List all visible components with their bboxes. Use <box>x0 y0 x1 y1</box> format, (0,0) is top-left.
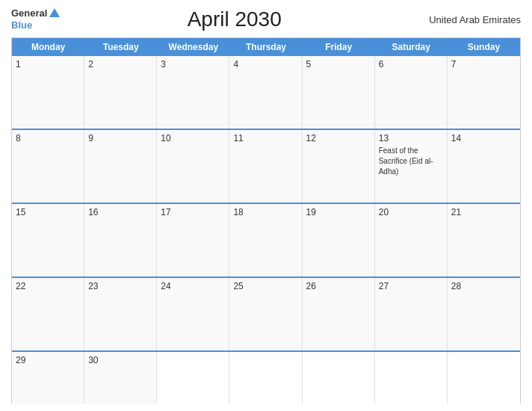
cell-25[interactable]: 25 <box>229 278 302 350</box>
page-title: April 2030 <box>60 7 409 31</box>
header-tuesday: Tuesday <box>84 38 157 56</box>
cell-empty-2 <box>229 352 302 404</box>
cell-8[interactable]: 8 <box>12 130 84 203</box>
logo-triangle-icon <box>49 8 60 17</box>
cell-9[interactable]: 9 <box>84 130 157 203</box>
cell-10[interactable]: 10 <box>157 130 229 203</box>
cell-7[interactable]: 7 <box>448 56 520 129</box>
header-monday: Monday <box>12 38 84 56</box>
cell-5[interactable]: 5 <box>303 56 375 129</box>
logo: General Blue <box>11 7 60 31</box>
cell-19[interactable]: 19 <box>303 204 375 276</box>
header-saturday: Saturday <box>375 38 448 56</box>
cell-12[interactable]: 12 <box>303 130 375 203</box>
calendar-header: Monday Tuesday Wednesday Thursday Friday… <box>12 38 520 56</box>
week-1: 1 2 3 4 5 6 7 <box>12 56 520 129</box>
cell-23[interactable]: 23 <box>84 278 157 350</box>
logo-general-text: General <box>11 7 47 19</box>
header-thursday: Thursday <box>229 38 302 56</box>
calendar-page: General Blue April 2030 United Arab Emir… <box>0 0 532 411</box>
cell-3[interactable]: 3 <box>157 56 229 129</box>
cell-15[interactable]: 15 <box>12 204 84 276</box>
cell-empty-1 <box>157 352 229 404</box>
cell-16[interactable]: 16 <box>84 204 157 276</box>
header-friday: Friday <box>303 38 375 56</box>
week-4: 22 23 24 25 26 27 28 <box>12 276 520 350</box>
cell-2[interactable]: 2 <box>84 56 157 129</box>
page-header: General Blue April 2030 United Arab Emir… <box>11 7 521 31</box>
week-3: 15 16 17 18 19 20 21 <box>12 203 520 276</box>
cell-26[interactable]: 26 <box>303 278 375 350</box>
week-2: 8 9 10 11 12 13 Feast of the Sacrifice (… <box>12 129 520 203</box>
cell-29[interactable]: 29 <box>12 352 84 404</box>
cell-18[interactable]: 18 <box>229 204 302 276</box>
cell-13[interactable]: 13 Feast of the Sacrifice (Eid al-Adha) <box>375 130 448 203</box>
cell-empty-4 <box>375 352 448 404</box>
cell-11[interactable]: 11 <box>229 130 302 203</box>
cell-14[interactable]: 14 <box>448 130 520 203</box>
holiday-eid: Feast of the Sacrifice (Eid al-Adha) <box>379 146 433 176</box>
week-5: 29 30 <box>12 350 520 403</box>
header-sunday: Sunday <box>448 38 520 56</box>
cell-28[interactable]: 28 <box>448 278 520 350</box>
cell-24[interactable]: 24 <box>157 278 229 350</box>
header-wednesday: Wednesday <box>157 38 229 56</box>
cell-30[interactable]: 30 <box>84 352 157 404</box>
cell-empty-5 <box>448 352 520 404</box>
country-label: United Arab Emirates <box>409 14 521 25</box>
cell-6[interactable]: 6 <box>375 56 448 129</box>
cell-20[interactable]: 20 <box>375 204 448 276</box>
cell-empty-3 <box>303 352 375 404</box>
cell-4[interactable]: 4 <box>229 56 302 129</box>
cell-21[interactable]: 21 <box>448 204 520 276</box>
calendar-grid: Monday Tuesday Wednesday Thursday Friday… <box>11 37 521 404</box>
cell-17[interactable]: 17 <box>157 204 229 276</box>
logo-blue-text: Blue <box>11 19 60 31</box>
cell-1[interactable]: 1 <box>12 56 84 129</box>
cell-27[interactable]: 27 <box>375 278 448 350</box>
cell-22[interactable]: 22 <box>12 278 84 350</box>
calendar-body: 1 2 3 4 5 6 7 8 9 10 11 12 13 Feast of t… <box>12 56 520 403</box>
